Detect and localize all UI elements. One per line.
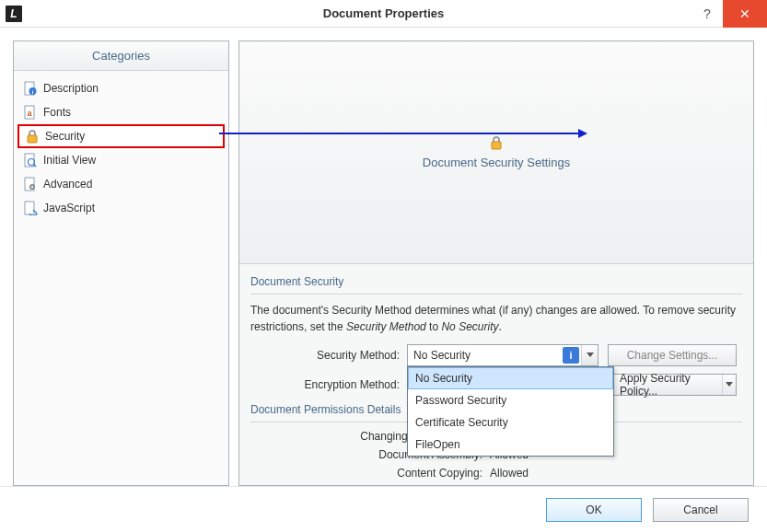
sidebar-item-label: Advanced — [43, 178, 92, 191]
encryption-method-label: Encryption Method: — [250, 378, 407, 391]
chevron-down-icon[interactable] — [581, 345, 598, 365]
annotation-arrow — [219, 133, 578, 134]
sidebar-item-fonts[interactable]: a Fonts — [17, 100, 225, 124]
ok-button[interactable]: OK — [546, 498, 642, 522]
lock-icon — [25, 129, 40, 144]
categories-panel: Categories i Description a Fonts Securit… — [13, 40, 229, 486]
sidebar-item-javascript[interactable]: JavaScript — [17, 196, 225, 220]
dropdown-option-certificate-security[interactable]: Certificate Security — [408, 411, 613, 434]
titlebar: L Document Properties ? ✕ — [0, 0, 767, 28]
cancel-button[interactable]: Cancel — [653, 498, 749, 522]
sidebar-item-advanced[interactable]: Advanced — [17, 172, 225, 196]
svg-rect-5 — [28, 135, 37, 143]
sidebar-item-label: JavaScript — [43, 202, 95, 214]
chevron-down-icon[interactable] — [722, 375, 736, 395]
security-method-value: No Security — [408, 349, 563, 362]
security-method-dropdown: No Security Password Security Certificat… — [407, 366, 614, 457]
categories-header: Categories — [14, 41, 228, 71]
doc-security-group-title: Document Security — [250, 275, 742, 288]
sidebar-item-initial-view[interactable]: Initial View — [17, 148, 225, 172]
sidebar-item-security[interactable]: Security — [17, 124, 225, 148]
dropdown-option-no-security[interactable]: No Security — [408, 367, 613, 389]
sidebar-item-description[interactable]: i Description — [17, 76, 225, 100]
content-area: Categories i Description a Fonts Securit… — [0, 28, 767, 486]
page-info-icon: i — [23, 81, 38, 96]
divider — [250, 294, 742, 295]
dialog-footer: OK Cancel — [0, 486, 767, 532]
info-icon[interactable]: i — [563, 347, 579, 364]
sidebar-item-label: Security — [45, 130, 85, 143]
page-font-icon: a — [23, 105, 38, 120]
close-button[interactable]: ✕ — [723, 0, 767, 28]
dropdown-option-fileopen[interactable]: FileOpen — [408, 434, 613, 456]
page-magnifier-icon — [23, 153, 38, 168]
apply-security-policy-label: Apply Security Policy... — [609, 372, 722, 398]
sidebar-item-label: Fonts — [43, 106, 71, 119]
lock-icon — [489, 135, 504, 150]
svg-rect-14 — [492, 142, 501, 149]
permission-row: Content Copying:Allowed — [250, 467, 742, 480]
main-header-label: Document Security Settings — [423, 156, 570, 169]
security-description: The document's Security Method determine… — [250, 302, 742, 335]
svg-point-11 — [31, 186, 33, 188]
permission-row: Content Copying for Accessibility:Allowe… — [250, 485, 742, 486]
annotation-arrow-head — [578, 129, 587, 138]
security-method-select[interactable]: No Security i No Security Password Secur… — [407, 344, 598, 366]
categories-list: i Description a Fonts Security — [14, 71, 228, 485]
main-panel: Document Security Settings Document Secu… — [238, 40, 754, 486]
sidebar-item-label: Initial View — [43, 154, 96, 167]
security-method-label: Security Method: — [250, 349, 407, 362]
svg-rect-12 — [25, 202, 34, 214]
page-gear-icon — [23, 177, 38, 191]
dropdown-option-password-security[interactable]: Password Security — [408, 389, 613, 411]
window-title: Document Properties — [0, 6, 767, 20]
help-button[interactable]: ? — [691, 0, 723, 28]
main-header: Document Security Settings — [239, 41, 753, 264]
apply-security-policy-button[interactable]: Apply Security Policy... — [608, 374, 737, 396]
change-settings-button[interactable]: Change Settings... — [608, 344, 737, 366]
page-script-icon — [23, 201, 38, 215]
sidebar-item-label: Description — [43, 82, 99, 95]
